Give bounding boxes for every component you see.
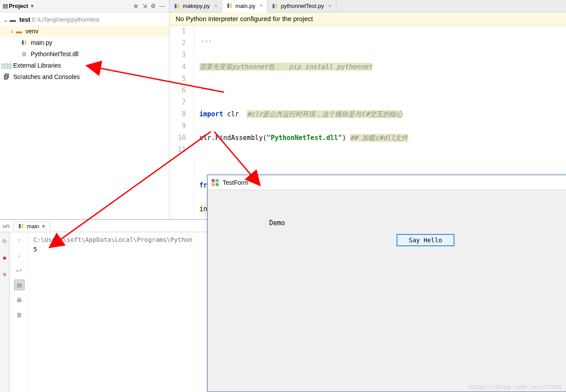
line-gutter: 1 2 3 4 5 6 7 8 9 10 11 xyxy=(169,25,194,219)
svg-rect-0 xyxy=(22,40,24,45)
tree-label: venv xyxy=(25,25,39,37)
collapse-icon[interactable]: ⇲ xyxy=(140,2,149,11)
folder-icon: ▬ xyxy=(9,16,17,24)
tree-label: PythonNetTest.dll xyxy=(31,48,79,60)
chevron-down-icon: ⌄ xyxy=(3,14,9,25)
svg-rect-6 xyxy=(273,4,274,8)
tree-label: External Libraries xyxy=(13,60,61,71)
svg-rect-1 xyxy=(25,40,26,45)
up-icon[interactable]: ↑ xyxy=(14,235,25,245)
run-left-bar: ↻ ■ ✕ xyxy=(0,232,10,392)
project-root[interactable]: ⌄ ▬ test E:\LiTangGeng\python\test xyxy=(0,14,169,25)
watermark: https://blog.csdn.net/LTG01 xyxy=(469,384,562,390)
svg-rect-7 xyxy=(275,4,277,8)
close-icon[interactable]: × xyxy=(42,223,45,230)
settings-gear-icon[interactable]: ⚙ xyxy=(149,2,158,11)
project-dropdown-icon[interactable]: ▾ xyxy=(31,3,34,9)
close-icon[interactable]: × xyxy=(328,3,332,9)
tree-item-venv[interactable]: › ▬ venv xyxy=(0,25,169,37)
run-icon-bar: ↑ ↓ ⮐ ▤ 🖶 🗑 xyxy=(10,232,29,392)
stop-icon[interactable]: ■ xyxy=(0,252,10,263)
tab-label: pythonnetTest.py xyxy=(281,3,324,9)
interpreter-warning[interactable]: No Python interpreter configured for the… xyxy=(169,12,566,25)
svg-rect-8 xyxy=(19,224,21,229)
project-sidebar: ▤ Project ▾ ⊕ ⇲ ⚙ — ⌄ ▬ test E:\LiTangGe… xyxy=(0,0,169,219)
wrap-icon[interactable]: ⮐ xyxy=(14,265,25,275)
svg-rect-13 xyxy=(216,183,219,186)
external-libraries[interactable]: ▯▯▯ External Libraries xyxy=(0,60,169,71)
run-tab-label: main xyxy=(27,223,39,230)
project-path: E:\LiTangGeng\python\test xyxy=(32,14,99,25)
tab-label: main.py xyxy=(235,3,256,9)
tab-pythonnettest[interactable]: pythonnetTest.py × xyxy=(267,0,336,12)
warning-text: No Python interpreter configured for the… xyxy=(176,15,313,22)
dll-file-icon: 🗎 xyxy=(20,50,28,58)
project-tree: ⌄ ▬ test E:\LiTangGeng\python\test › ▬ v… xyxy=(0,12,169,84)
tab-makepy[interactable]: makepy.py × xyxy=(169,0,222,12)
python-file-icon xyxy=(174,3,180,9)
close-icon[interactable]: × xyxy=(214,3,217,9)
locate-icon[interactable]: ⊕ xyxy=(131,2,140,11)
svg-rect-9 xyxy=(22,224,23,229)
say-hello-button[interactable]: Say Hello xyxy=(397,234,454,246)
svg-rect-12 xyxy=(212,183,215,186)
svg-rect-11 xyxy=(216,179,219,182)
tree-item-dll[interactable]: 🗎 PythonNetTest.dll xyxy=(0,48,169,60)
run-label: un: xyxy=(3,223,11,229)
editor-tabs: makepy.py × main.py × pythonnetTest.py × xyxy=(169,0,566,12)
svg-rect-3 xyxy=(177,4,179,8)
chevron-right-icon: › xyxy=(9,25,15,37)
testform-titlebar[interactable]: TestForm xyxy=(208,175,566,190)
run-tab-main[interactable]: main × xyxy=(13,222,50,230)
project-name: test xyxy=(19,14,30,25)
svg-rect-5 xyxy=(230,4,232,8)
print-icon[interactable]: 🖶 xyxy=(14,295,25,305)
scratches-consoles[interactable]: 🗐 Scratches and Consoles xyxy=(0,71,169,83)
tree-label: Scratches and Consoles xyxy=(13,71,80,83)
testform-window[interactable]: TestForm Demo Say Hello xyxy=(207,175,566,392)
scroll-end-icon[interactable]: ▤ xyxy=(14,280,25,290)
python-file-icon xyxy=(20,39,28,47)
tab-label: makepy.py xyxy=(183,3,210,9)
folder-icon: ▬ xyxy=(15,27,23,35)
python-file-icon xyxy=(18,223,24,229)
window-icon xyxy=(211,179,219,187)
sidebar-header: ▤ Project ▾ ⊕ ⇲ ⚙ — xyxy=(0,0,169,12)
project-tool-icon: ▤ xyxy=(3,3,8,9)
python-file-icon xyxy=(227,3,233,9)
svg-rect-10 xyxy=(212,179,215,182)
trash-icon[interactable]: 🗑 xyxy=(14,309,25,320)
rerun-icon[interactable]: ↻ xyxy=(0,236,10,246)
python-file-icon xyxy=(272,3,278,9)
exit-icon[interactable]: ✕ xyxy=(0,269,10,280)
hide-icon[interactable]: — xyxy=(158,2,166,11)
close-icon[interactable]: × xyxy=(260,3,263,9)
testform-title: TestForm xyxy=(223,179,248,186)
down-icon[interactable]: ↓ xyxy=(14,250,25,260)
tree-item-main-py[interactable]: main.py xyxy=(0,37,169,48)
testform-body: Demo Say Hello xyxy=(208,190,566,392)
tree-label: main.py xyxy=(31,37,52,48)
svg-rect-2 xyxy=(175,4,177,8)
tab-main[interactable]: main.py × xyxy=(222,0,268,12)
sidebar-title: Project xyxy=(9,3,28,9)
svg-rect-4 xyxy=(227,4,229,8)
scratches-icon: 🗐 xyxy=(3,73,11,81)
demo-label: Demo xyxy=(269,219,285,227)
library-icon: ▯▯▯ xyxy=(3,61,11,69)
